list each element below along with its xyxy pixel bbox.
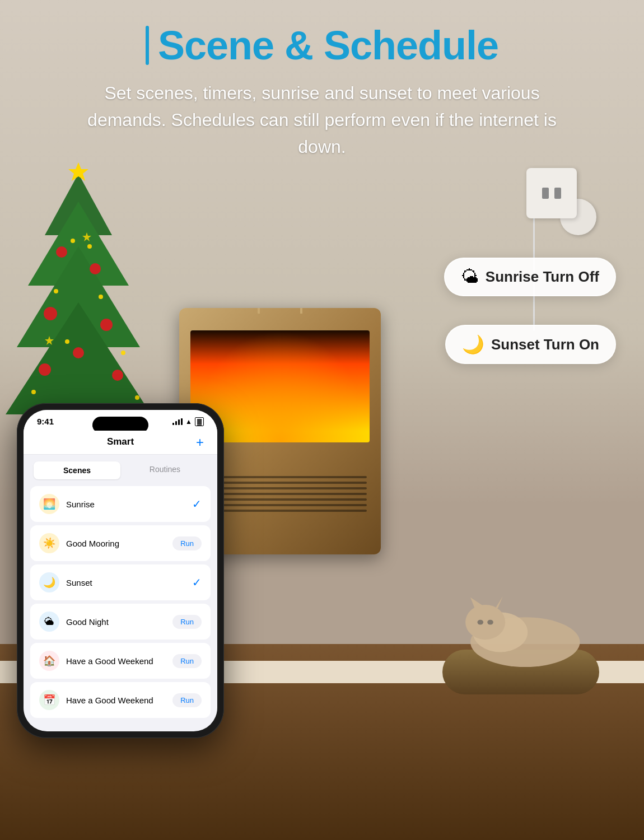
heater-handle xyxy=(258,308,302,314)
wall-outlet-area xyxy=(526,168,577,218)
svg-point-6 xyxy=(56,246,67,258)
phone-app-header: Smart + xyxy=(24,431,217,455)
scene-name-sunrise: Sunrise xyxy=(66,500,185,509)
scene-icon-weekend-2: 📅 xyxy=(39,690,59,710)
svg-point-7 xyxy=(90,263,101,274)
svg-point-16 xyxy=(87,244,92,249)
scene-icon-good-mooring: ☀️ xyxy=(39,533,59,553)
title-bar-accent xyxy=(146,26,149,65)
scene-name-good-mooring: Good Mooring xyxy=(66,539,166,548)
outlet-slot-left xyxy=(542,188,549,199)
scene-list: 🌅 Sunrise ✓ ☀️ Good Mooring Run 🌙 Sunset… xyxy=(24,486,217,731)
scene-check-sunset: ✓ xyxy=(192,576,202,589)
wifi-icon: ▲ xyxy=(185,418,192,426)
scene-row-sunset[interactable]: 🌙 Sunset ✓ xyxy=(30,564,211,600)
header-section: Scene & Schedule Set scenes, timers, sun… xyxy=(0,0,644,171)
phone-screen-title: Smart xyxy=(107,436,134,447)
svg-point-9 xyxy=(100,319,113,331)
signal-bar-4 xyxy=(181,418,183,425)
scene-icon-sunrise: 🌅 xyxy=(39,494,59,514)
svg-point-11 xyxy=(39,363,51,376)
page-subtitle: Set scenes, timers, sunrise and sunset t… xyxy=(70,80,574,160)
run-button-good-night[interactable]: Run xyxy=(172,615,202,629)
sunrise-icon: 🌤 xyxy=(461,267,479,287)
page-title: Scene & Schedule xyxy=(158,22,498,68)
svg-marker-27 xyxy=(495,596,502,608)
svg-point-22 xyxy=(135,395,139,400)
svg-point-29 xyxy=(487,620,493,625)
cat-svg xyxy=(431,582,599,672)
signal-bars xyxy=(172,418,183,425)
scene-row-good-night[interactable]: 🌥 Good Night Run xyxy=(30,604,211,640)
scene-check-sunrise: ✓ xyxy=(192,497,202,511)
outlet-slot-right xyxy=(554,188,561,199)
tab-bar: Scenes Routines xyxy=(32,460,208,480)
status-icons: ▲ ▓ xyxy=(172,417,204,426)
scene-icon-sunset: 🌙 xyxy=(39,572,59,592)
status-time: 9:41 xyxy=(37,417,54,426)
scene-row-sunrise[interactable]: 🌅 Sunrise ✓ xyxy=(30,486,211,522)
svg-point-25 xyxy=(465,605,505,640)
svg-point-28 xyxy=(477,620,483,625)
run-button-weekend-1[interactable]: Run xyxy=(172,654,202,668)
phone-outer: 9:41 ▲ ▓ Smart + xyxy=(17,403,224,738)
scene-name-sunset: Sunset xyxy=(66,578,185,587)
svg-point-19 xyxy=(65,339,69,344)
sunrise-badge: 🌤 Sunrise Turn Off xyxy=(444,258,616,296)
cat-area xyxy=(431,582,599,694)
sunset-badge: 🌙 Sunset Turn On xyxy=(445,325,616,364)
svg-point-20 xyxy=(121,351,125,355)
scene-row-weekend-1[interactable]: 🏠 Have a Good Weekend Run xyxy=(30,643,211,679)
scene-name-good-night: Good Night xyxy=(66,617,166,627)
svg-point-12 xyxy=(112,370,123,381)
svg-point-10 xyxy=(73,347,84,358)
svg-point-17 xyxy=(54,289,58,293)
sunset-badge-label: Sunset Turn On xyxy=(491,336,599,353)
sunrise-badge-label: Sunrise Turn Off xyxy=(486,268,599,286)
scene-icon-weekend-1: 🏠 xyxy=(39,651,59,671)
svg-point-8 xyxy=(44,307,57,320)
sunset-icon: 🌙 xyxy=(462,334,484,355)
signal-bar-2 xyxy=(175,421,177,425)
scene-row-good-mooring[interactable]: ☀️ Good Mooring Run xyxy=(30,525,211,561)
status-bar: 9:41 ▲ ▓ xyxy=(24,410,217,431)
svg-point-18 xyxy=(99,295,103,299)
tab-scenes[interactable]: Scenes xyxy=(34,461,120,479)
scene-name-weekend-1: Have a Good Weekend xyxy=(66,656,166,666)
scene-row-weekend-2[interactable]: 📅 Have a Good Weekend Run xyxy=(30,682,211,718)
scene-name-weekend-2: Have a Good Weekend xyxy=(66,696,166,705)
svg-point-21 xyxy=(31,390,36,394)
phone-screen: 9:41 ▲ ▓ Smart + xyxy=(24,410,217,731)
run-button-good-mooring[interactable]: Run xyxy=(172,536,202,550)
phone-container: 9:41 ▲ ▓ Smart + xyxy=(17,403,224,738)
signal-bar-3 xyxy=(178,419,180,425)
signal-bar-1 xyxy=(172,423,174,425)
svg-point-15 xyxy=(71,239,75,243)
add-scene-button[interactable]: + xyxy=(196,435,204,450)
run-button-weekend-2[interactable]: Run xyxy=(172,693,202,707)
tab-routines[interactable]: Routines xyxy=(122,460,208,480)
battery-icon: ▓ xyxy=(195,417,204,426)
wall-outlet xyxy=(526,168,577,218)
scene-icon-good-night: 🌥 xyxy=(39,612,59,632)
